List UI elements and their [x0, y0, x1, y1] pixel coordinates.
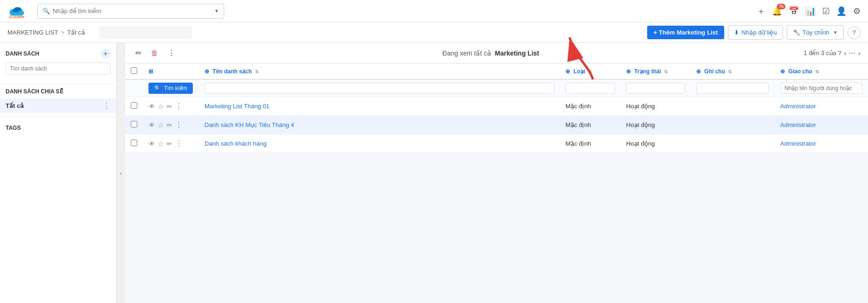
breadcrumb-sub: Tất cả: [67, 29, 85, 36]
col-type-label: Loại: [573, 68, 585, 75]
col-checkbox: [125, 63, 143, 79]
row-star-btn-1[interactable]: ☆: [158, 121, 164, 129]
table-row: 👁 ☆ ✏ ⋮ Marketing List Tháng 01 Mặc định…: [125, 97, 868, 116]
danh-sach-section: DANH SÁCH +: [0, 49, 116, 80]
row-checkbox-0[interactable]: [131, 102, 137, 109]
row-actions-2: 👁 ☆ ✏ ⋮: [148, 139, 193, 148]
col-status: ⊕ Trạng thái ⇅: [621, 63, 691, 79]
select-all-checkbox[interactable]: [131, 67, 137, 74]
sort-type-icon: ⇅: [588, 69, 592, 74]
row-view-btn-1[interactable]: 👁: [148, 121, 155, 129]
next-page-button[interactable]: ›: [858, 49, 861, 57]
sidebar-item-all[interactable]: Tất cả ⋮: [0, 99, 116, 113]
calendar-icon[interactable]: 📅: [789, 6, 799, 16]
row-edit-btn-1[interactable]: ✏: [167, 121, 172, 129]
tags-label: TAGS: [0, 121, 116, 131]
sidebar-item-all-label: Tất cả: [6, 102, 24, 109]
dropdown-arrow-icon: ▼: [833, 30, 838, 35]
search-row-icon: 🔍: [154, 85, 161, 92]
row-status-1: Hoạt động: [621, 116, 691, 134]
header-actions: + Thêm Marketing List ⬇ Nhập dữ liệu 🔧 T…: [647, 25, 861, 40]
wrench-icon: 🔧: [793, 29, 800, 36]
col-assign: ⊕ Giao cho ⇅: [775, 63, 868, 79]
edit-toolbar-button[interactable]: ✏: [133, 47, 144, 59]
add-danh-sach-button[interactable]: +: [100, 49, 111, 59]
prev-page-button[interactable]: ‹: [844, 49, 847, 57]
row-status-0: Hoạt động: [621, 97, 691, 116]
sidebar-collapse-button[interactable]: ‹: [117, 43, 125, 303]
global-search-input[interactable]: [53, 7, 210, 14]
content-toolbar: ✏ 🗑 ⋮ Đang xem tất cả Marketing List 1 đ…: [125, 43, 868, 63]
row-type-1: Mặc định: [560, 116, 621, 134]
row-star-btn-0[interactable]: ☆: [158, 103, 164, 110]
more-toolbar-button[interactable]: ⋮: [165, 47, 178, 59]
row-note-2: [691, 134, 775, 153]
row-view-btn-0[interactable]: 👁: [148, 103, 155, 110]
row-more-btn-2[interactable]: ⋮: [175, 139, 183, 148]
row-assign-link-1[interactable]: Administrator: [780, 121, 816, 128]
help-button[interactable]: ?: [847, 26, 861, 39]
view-title: Đang xem tất cả Marketing List: [182, 49, 800, 57]
search-row-button[interactable]: 🔍 Tìm kiếm: [148, 83, 193, 94]
row-actions-1: 👁 ☆ ✏ ⋮: [148, 120, 193, 129]
row-name-link-1[interactable]: Danh sách KH Mục Tiêu Tháng 4: [205, 121, 294, 128]
top-navigation: CLOUDPRO 🔍 ▼ ＋ 🔔 75 📅 📊 ☑ 👤 ⚙: [0, 0, 868, 22]
danh-sach-search-input[interactable]: [6, 63, 111, 75]
nav-icon-group: ＋ 🔔 75 📅 📊 ☑ 👤 ⚙: [757, 6, 861, 17]
header-bar: MARKETING LIST > Tất cả + Thêm Marketing…: [0, 22, 868, 43]
breadcrumb-main: MARKETING LIST: [7, 29, 58, 36]
filter-status-input[interactable]: [626, 83, 685, 94]
pagination: 1 đến 3 của ? ‹ ⋯ ›: [804, 49, 861, 57]
filter-assign-input[interactable]: [780, 83, 862, 94]
row-type-2: Mặc định: [560, 134, 621, 153]
svg-rect-3: [10, 12, 21, 15]
svg-text:CLOUDPRO: CLOUDPRO: [9, 15, 24, 19]
row-more-btn-0[interactable]: ⋮: [175, 102, 183, 111]
sort-status-icon: ⇅: [664, 69, 668, 74]
pagination-text: 1 đến 3 của ?: [804, 49, 841, 56]
grid-view-icon: ⊞: [148, 68, 153, 75]
row-checkbox-2[interactable]: [131, 140, 137, 146]
row-assign-link-2[interactable]: Administrator: [780, 140, 816, 147]
search-icon: 🔍: [42, 7, 50, 14]
row-name-link-0[interactable]: Marketing List Tháng 01: [205, 103, 269, 110]
row-name-link-2[interactable]: Danh sách khách hàng: [205, 140, 267, 147]
row-checkbox-1[interactable]: [131, 121, 137, 127]
danh-sach-header: DANH SÁCH +: [6, 49, 111, 59]
customize-button[interactable]: 🔧 Tùy chỉnh ▼: [787, 25, 844, 40]
col-note: ⊕ Ghi chú ⇅: [691, 63, 775, 79]
sidebar: DANH SÁCH + DANH SÁCH CHIA SẼ Tất cả ⋮ T…: [0, 43, 117, 303]
chart-icon[interactable]: 📊: [805, 6, 816, 16]
filter-name-input[interactable]: [205, 83, 554, 94]
chevron-down-icon: ▼: [214, 8, 219, 14]
add-icon[interactable]: ＋: [757, 6, 765, 17]
bell-icon[interactable]: 🔔 75: [772, 6, 782, 16]
filter-note-input[interactable]: [696, 83, 769, 94]
row-assign-link-0[interactable]: Administrator: [780, 103, 816, 110]
more-options-button[interactable]: ⋯: [849, 49, 855, 57]
global-search-bar[interactable]: 🔍 ▼: [37, 4, 224, 19]
gear-icon[interactable]: ⚙: [853, 6, 861, 16]
sort-note-icon: ⇅: [728, 69, 732, 74]
filter-type-input[interactable]: [565, 83, 615, 94]
add-marketing-list-button[interactable]: + Thêm Marketing List: [647, 26, 725, 39]
row-view-btn-2[interactable]: 👁: [148, 140, 155, 148]
row-note-1: [691, 116, 775, 134]
row-more-btn-1[interactable]: ⋮: [175, 120, 183, 129]
import-data-button[interactable]: ⬇ Nhập dữ liệu: [728, 25, 783, 40]
sidebar-item-more-button[interactable]: ⋮: [103, 101, 111, 110]
row-star-btn-2[interactable]: ☆: [158, 140, 164, 148]
sort-assign-icon: ⇅: [815, 69, 819, 74]
row-type-0: Mặc định: [560, 97, 621, 116]
col-name: ⊕ Tên danh sách ⇅: [199, 63, 560, 79]
delete-toolbar-button[interactable]: 🗑: [148, 47, 161, 59]
row-note-0: [691, 97, 775, 116]
row-edit-btn-0[interactable]: ✏: [167, 103, 172, 110]
checkbox-icon[interactable]: ☑: [822, 6, 830, 16]
breadcrumb: MARKETING LIST > Tất cả: [7, 29, 85, 36]
row-status-2: Hoạt động: [621, 134, 691, 153]
user-icon[interactable]: 👤: [836, 6, 847, 16]
danh-sach-label: DANH SÁCH: [6, 50, 39, 57]
main-layout: DANH SÁCH + DANH SÁCH CHIA SẼ Tất cả ⋮ T…: [0, 43, 868, 303]
row-edit-btn-2[interactable]: ✏: [167, 140, 172, 148]
